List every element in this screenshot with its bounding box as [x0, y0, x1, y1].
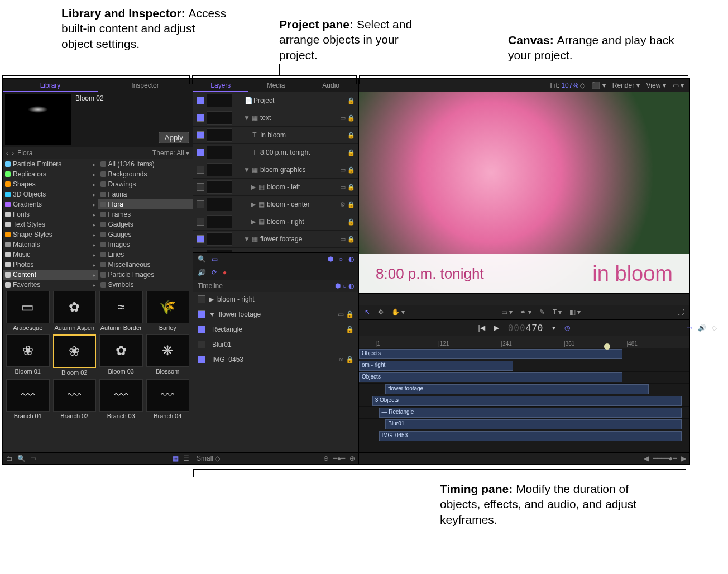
breadcrumb[interactable]: Flora [17, 149, 32, 157]
fullscreen-icon[interactable]: ⛶ [677, 308, 684, 316]
timeline-row[interactable]: Blur01 [193, 337, 358, 352]
subcategory-item[interactable]: Miscellaneous [98, 260, 193, 270]
disclosure-icon[interactable]: ▼ [243, 114, 249, 122]
visibility-checkbox[interactable] [197, 200, 204, 208]
category-item[interactable]: Replicators▸ [3, 169, 98, 179]
canvas-viewport[interactable]: 8:00 p.m. tonight in bloom [359, 92, 689, 293]
category-item[interactable]: Music▸ [3, 250, 98, 260]
layer-row[interactable]: ▶▦bloom - left▭ 🔒 [193, 179, 358, 196]
mini-timeline[interactable] [359, 293, 689, 305]
disclosure-icon[interactable]: ▶ [209, 295, 214, 303]
list-view-icon[interactable]: ☰ [183, 455, 189, 462]
transform-tool-icon[interactable]: ✥ [378, 308, 384, 316]
layer-row[interactable]: ▼▦bloom graphics▭ 🔒 [193, 161, 358, 179]
apply-button[interactable]: Apply [159, 132, 189, 144]
content-thumbnail[interactable]: ❀Bloom 01 [5, 333, 51, 377]
content-thumbnail[interactable]: 🌾Barley [145, 290, 191, 332]
layer-row[interactable]: ◻Rectangle🔒 [193, 248, 358, 252]
layer-name[interactable]: bloom graphics [260, 166, 338, 174]
category-item[interactable]: Particle Emitters▸ [3, 159, 98, 169]
audio-icon[interactable]: 🔊 [698, 324, 706, 332]
select-tool-icon[interactable]: ↖ [365, 308, 370, 316]
subcategory-item[interactable]: Backgrounds [98, 169, 193, 179]
content-thumbnail[interactable]: 〰Branch 03 [98, 378, 144, 420]
brush-tool-icon[interactable]: ✎ [539, 308, 545, 316]
layer-row[interactable]: ▼▦text▭ 🔒 [193, 109, 358, 127]
category-list-right[interactable]: All (1346 items)BackgroundsDrawingsFauna… [98, 159, 193, 288]
zoom-in-icon[interactable]: ⊕ [349, 455, 355, 462]
zoom-in-icon[interactable]: ▶ [681, 455, 686, 462]
layer-name[interactable]: Project [253, 97, 345, 104]
search-icon[interactable]: 🔍 [198, 255, 206, 263]
timeline-zoom-slider[interactable]: ━━━━●━ [653, 455, 677, 462]
record-icon[interactable]: ● [223, 269, 227, 276]
category-item[interactable]: Favorites▸ [3, 280, 98, 288]
timecode-display[interactable]: 000470 [508, 323, 544, 333]
subcategory-item[interactable]: Drawings [98, 179, 193, 189]
visibility-checkbox[interactable] [198, 356, 205, 363]
content-thumbnail[interactable]: ❀Bloom 02 [52, 333, 98, 377]
behavior-icon[interactable]: ⬢ [335, 282, 341, 290]
visibility-checkbox[interactable] [197, 166, 204, 174]
mask-tool-icon[interactable]: ◧ ▾ [569, 308, 581, 316]
go-start-icon[interactable]: |◀ [478, 324, 485, 332]
layer-name[interactable]: bloom - left [267, 183, 338, 191]
nav-back-icon[interactable]: ‹ [6, 149, 8, 157]
content-thumbnail[interactable]: 〰Branch 01 [5, 378, 51, 420]
layer-row[interactable]: ▼▦flower footage▭ 🔒 [193, 231, 358, 248]
timecode-dropdown[interactable]: ▾ [552, 324, 555, 332]
view-icon[interactable]: ▭ [30, 455, 36, 462]
subcategory-item[interactable]: Lines [98, 250, 193, 260]
layer-row[interactable]: ▶▦bloom - center⚙ 🔒 [193, 196, 358, 213]
subcategory-item[interactable]: Images [98, 240, 193, 250]
layers-list[interactable]: 📄Project🔒▼▦text▭ 🔒TIn bloom🔒T8:00 p.m. t… [193, 92, 358, 252]
category-item[interactable]: Gradients▸ [3, 199, 98, 209]
timeline-clip[interactable]: Objects [359, 372, 622, 382]
visibility-checkbox[interactable] [197, 235, 204, 243]
subcategory-item[interactable]: Gadgets [98, 219, 193, 229]
category-item[interactable]: Content▸ [3, 270, 98, 280]
layer-name[interactable]: 8:00 p.m. tonight [260, 149, 345, 156]
timeline-tracks[interactable]: |1|121|241|361|481 Objectsom - rightObje… [359, 336, 689, 452]
disclosure-icon[interactable]: ▼ [209, 310, 215, 318]
timeline-clip[interactable]: IMG_0453 [379, 431, 682, 441]
layer-row[interactable]: TIn bloom🔒 [193, 127, 358, 144]
timeline-clip[interactable]: — Rectangle [379, 408, 682, 418]
fit-icon[interactable]: ▭ [212, 255, 218, 263]
disclosure-icon[interactable]: ▼ [243, 235, 249, 243]
behavior-icon[interactable]: ⬢ [328, 255, 333, 263]
subcategory-item[interactable]: All (1346 items) [98, 159, 193, 169]
subcategory-item[interactable]: Gauges [98, 229, 193, 240]
disclosure-icon[interactable]: ▼ [243, 166, 249, 174]
content-thumbnail[interactable]: ▭Arabesque [5, 290, 51, 332]
content-thumbnail[interactable]: ❋Blossom [145, 333, 191, 377]
visibility-checkbox[interactable] [198, 295, 205, 303]
subcategory-item[interactable]: Flora [98, 199, 193, 209]
visibility-checkbox[interactable] [197, 183, 204, 191]
text-tool-icon[interactable]: T ▾ [553, 308, 562, 316]
content-thumbnail[interactable]: 〰Branch 02 [52, 378, 98, 420]
mask-icon[interactable]: ◐ [348, 282, 354, 290]
visibility-checkbox[interactable] [198, 341, 205, 348]
pen-tool-icon[interactable]: ✒ ▾ [520, 308, 531, 316]
layer-row[interactable]: 📄Project🔒 [193, 92, 358, 109]
filter-icon[interactable]: ○ [342, 282, 346, 290]
play-icon[interactable]: ▶ [494, 324, 499, 332]
disclosure-icon[interactable]: ▶ [250, 218, 256, 226]
zoom-slider[interactable]: ━●━ [333, 455, 345, 462]
disclosure-icon[interactable]: ▶ [250, 183, 256, 191]
timeline-row[interactable]: ▼flower footage▭ 🔒 [193, 307, 358, 322]
visibility-checkbox[interactable] [197, 97, 204, 104]
speaker-icon[interactable]: 🔊 [198, 269, 206, 276]
visibility-checkbox[interactable] [197, 114, 204, 122]
visibility-checkbox[interactable] [197, 149, 204, 156]
visibility-checkbox[interactable] [198, 326, 205, 333]
timeline-row[interactable]: IMG_0453∞ 🔒 [193, 352, 358, 367]
visibility-checkbox[interactable] [197, 131, 204, 139]
zoom-out-icon[interactable]: ◀ [644, 455, 649, 462]
timeline-clip[interactable]: Blur01 [385, 419, 682, 429]
loop-icon[interactable]: ⟳ [212, 269, 217, 276]
content-thumbnail[interactable]: ✿Autumn Aspen [52, 290, 98, 332]
timeline-row[interactable]: ▶bloom - right [193, 292, 358, 307]
timeline-rows[interactable]: ▶bloom - right▼flower footage▭ 🔒Rectangl… [193, 292, 358, 452]
